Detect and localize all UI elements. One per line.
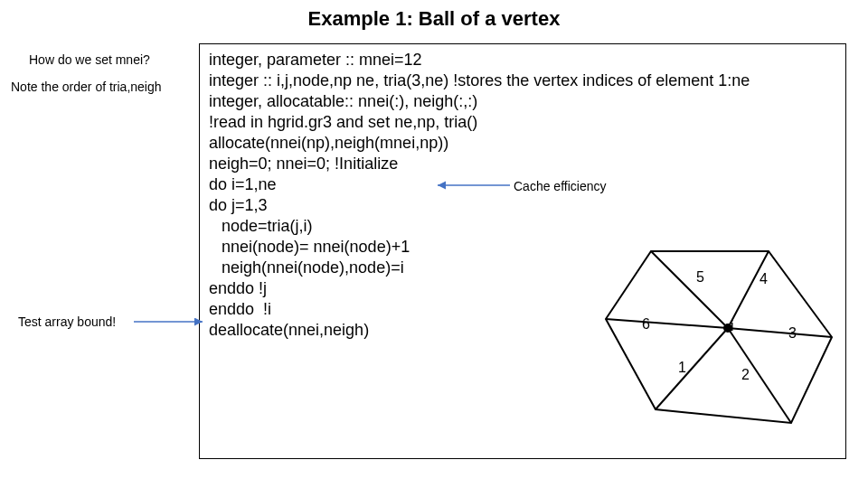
code-line-2: integer :: i,j,node,np ne, tria(3,ne) !s… xyxy=(209,70,836,91)
annotation-test-bound: Test array bound! xyxy=(18,314,149,329)
code-line-6: allocate(nnei(np),neigh(mnei,np)) xyxy=(209,133,836,154)
svg-line-4 xyxy=(728,251,769,328)
annotation-mnei-question: How do we set mnei? xyxy=(29,52,150,67)
svg-line-5 xyxy=(728,328,832,337)
diagram-label-5: 5 xyxy=(696,269,704,286)
svg-line-8 xyxy=(606,319,728,328)
diagram-label-i: i xyxy=(731,318,734,334)
svg-line-7 xyxy=(656,328,728,409)
code-line-1: integer, parameter :: mnei=12 xyxy=(209,50,836,70)
code-line-8: do i=1,ne xyxy=(209,174,836,195)
svg-line-6 xyxy=(728,328,791,423)
annotation-tria-order: Note the order of tria,neigh xyxy=(11,80,162,94)
code-line-5: !read in hgrid.gr3 and set ne,np, tria() xyxy=(209,112,836,133)
code-line-3: integer, allocatable:: nnei(:), neigh(:,… xyxy=(209,91,836,112)
svg-line-3 xyxy=(651,251,728,328)
code-line-9: do j=1,3 xyxy=(209,195,836,216)
mesh-diagram: 1 2 3 4 5 6 i xyxy=(588,233,850,441)
diagram-label-4: 4 xyxy=(760,271,768,287)
diagram-label-1: 1 xyxy=(678,360,686,376)
code-line-7: neigh=0; nnei=0; !Initialize xyxy=(209,154,836,174)
slide-title: Example 1: Ball of a vertex xyxy=(0,7,868,31)
diagram-label-3: 3 xyxy=(788,325,797,342)
diagram-label-2: 2 xyxy=(741,367,750,383)
diagram-label-6: 6 xyxy=(642,316,650,333)
